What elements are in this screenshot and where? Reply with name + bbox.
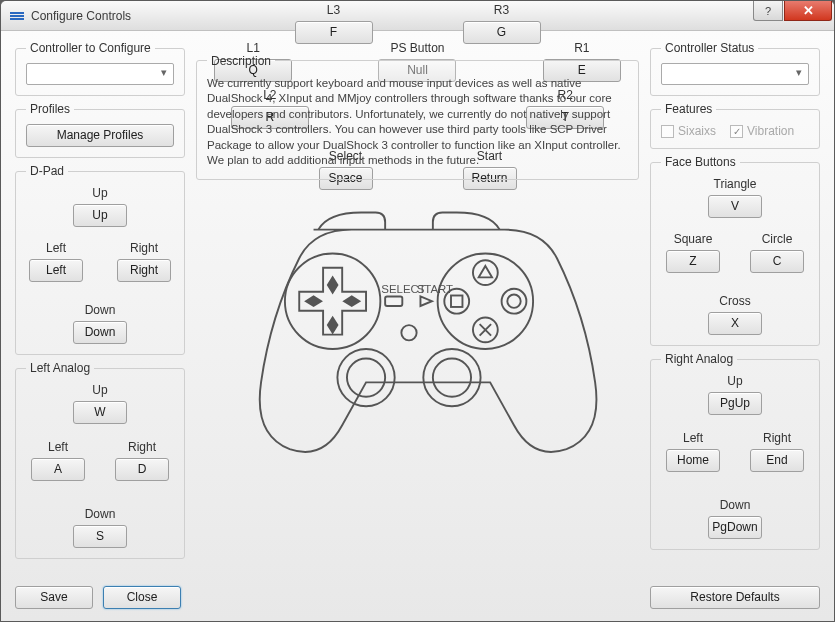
description-group: Description We currently support keyboar… bbox=[196, 54, 639, 180]
face-buttons-group: Face Buttons Triangle V Square Z Circle … bbox=[650, 155, 820, 346]
circle-label: Circle bbox=[762, 232, 793, 246]
svg-point-9 bbox=[507, 295, 520, 308]
cross-label: Cross bbox=[719, 294, 750, 308]
description-legend: Description bbox=[207, 54, 275, 68]
right-analog-down-button[interactable]: PgDown bbox=[708, 516, 762, 539]
dpad-up-label: Up bbox=[92, 186, 107, 200]
cross-button[interactable]: X bbox=[708, 312, 762, 335]
left-analog-left-label: Left bbox=[48, 440, 68, 454]
right-analog-legend: Right Analog bbox=[661, 352, 737, 366]
close-window-button[interactable]: ✕ bbox=[784, 1, 832, 21]
left-analog-legend: Left Analog bbox=[26, 361, 94, 375]
svg-point-12 bbox=[347, 358, 385, 396]
controller-status-legend: Controller Status bbox=[661, 41, 758, 55]
right-analog-group: Right Analog Up PgUp Left Home Right End bbox=[650, 352, 820, 550]
right-analog-right-label: Right bbox=[763, 431, 791, 445]
dpad-left-button[interactable]: Left bbox=[29, 259, 83, 282]
sixaxis-checkbox[interactable]: Sixaixs bbox=[661, 124, 716, 138]
svg-point-8 bbox=[501, 289, 526, 314]
svg-rect-15 bbox=[385, 296, 402, 306]
controller-status-group: Controller Status bbox=[650, 41, 820, 96]
help-button[interactable]: ? bbox=[753, 1, 783, 21]
right-analog-left-button[interactable]: Home bbox=[666, 449, 720, 472]
r3-button[interactable]: G bbox=[463, 21, 541, 44]
svg-rect-1 bbox=[10, 15, 24, 17]
triangle-button[interactable]: V bbox=[708, 195, 762, 218]
vibration-label: Vibration bbox=[747, 124, 794, 138]
svg-point-5 bbox=[473, 260, 498, 285]
dpad-right-button[interactable]: Right bbox=[117, 259, 171, 282]
l3-button[interactable]: F bbox=[295, 21, 373, 44]
content: Controller to Configure Profiles Manage … bbox=[1, 31, 834, 621]
svg-point-14 bbox=[432, 358, 470, 396]
dpad-left-label: Left bbox=[46, 241, 66, 255]
right-analog-up-label: Up bbox=[727, 374, 742, 388]
triangle-label: Triangle bbox=[714, 177, 757, 191]
dpad-group: D-Pad Up Up Left Left Right Right bbox=[15, 164, 185, 355]
svg-point-16 bbox=[401, 325, 416, 340]
svg-rect-0 bbox=[10, 12, 24, 14]
right-analog-down-label: Down bbox=[720, 498, 751, 512]
features-legend: Features bbox=[661, 102, 716, 116]
controller-select[interactable] bbox=[26, 63, 174, 85]
restore-defaults-button[interactable]: Restore Defaults bbox=[650, 586, 820, 609]
circle-button[interactable]: C bbox=[750, 250, 804, 273]
left-analog-right-label: Right bbox=[128, 440, 156, 454]
dpad-down-label: Down bbox=[85, 303, 116, 317]
save-button[interactable]: Save bbox=[15, 586, 93, 609]
right-analog-up-button[interactable]: PgUp bbox=[708, 392, 762, 415]
dpad-up-button[interactable]: Up bbox=[73, 204, 127, 227]
controller-select-legend: Controller to Configure bbox=[26, 41, 155, 55]
svg-text:START: START bbox=[416, 283, 452, 295]
sixaxis-label: Sixaixs bbox=[678, 124, 716, 138]
square-button[interactable]: Z bbox=[666, 250, 720, 273]
right-analog-left-label: Left bbox=[683, 431, 703, 445]
square-label: Square bbox=[674, 232, 713, 246]
left-analog-down-button[interactable]: S bbox=[73, 525, 127, 548]
controller-status-select[interactable] bbox=[661, 63, 809, 85]
dpad-legend: D-Pad bbox=[26, 164, 68, 178]
profiles-group: Profiles Manage Profiles bbox=[15, 102, 185, 158]
manage-profiles-button[interactable]: Manage Profiles bbox=[26, 124, 174, 147]
svg-point-4 bbox=[437, 253, 532, 348]
controller-select-group: Controller to Configure bbox=[15, 41, 185, 96]
vibration-checkbox[interactable]: ✓Vibration bbox=[730, 124, 794, 138]
l3-label: L3 bbox=[327, 3, 340, 17]
dpad-down-button[interactable]: Down bbox=[73, 321, 127, 344]
profiles-legend: Profiles bbox=[26, 102, 74, 116]
right-analog-right-button[interactable]: End bbox=[750, 449, 804, 472]
left-analog-left-button[interactable]: A bbox=[31, 458, 85, 481]
window-title: Configure Controls bbox=[31, 9, 131, 23]
left-analog-up-button[interactable]: W bbox=[73, 401, 127, 424]
features-group: Features Sixaixs ✓Vibration bbox=[650, 102, 820, 149]
dpad-right-label: Right bbox=[130, 241, 158, 255]
description-text: We currently support keyboard and mouse … bbox=[207, 76, 628, 169]
controller-illustration: SELECT START bbox=[199, 201, 619, 468]
left-analog-up-label: Up bbox=[92, 383, 107, 397]
left-analog-down-label: Down bbox=[85, 507, 116, 521]
window: Configure Controls ? ✕ Controller to Con… bbox=[0, 0, 835, 622]
svg-rect-7 bbox=[451, 295, 462, 306]
left-analog-right-button[interactable]: D bbox=[115, 458, 169, 481]
r3-label: R3 bbox=[494, 3, 509, 17]
face-legend: Face Buttons bbox=[661, 155, 740, 169]
left-analog-group: Left Analog Up W Left A Right D bbox=[15, 361, 185, 559]
svg-rect-2 bbox=[10, 18, 24, 20]
app-icon bbox=[9, 8, 25, 24]
close-button[interactable]: Close bbox=[103, 586, 181, 609]
